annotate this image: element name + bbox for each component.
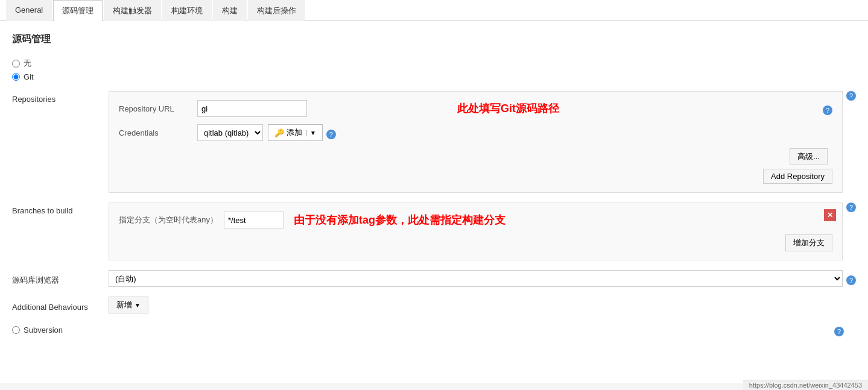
additional-behaviours-section: Additional Behaviours 新增 ▼ xyxy=(12,297,856,313)
repo-url-input[interactable] xyxy=(197,100,307,117)
advanced-button[interactable]: 高级... xyxy=(790,148,828,165)
source-browser-section: 源码库浏览器 (自动) ? xyxy=(12,270,856,287)
credentials-label: Credentials xyxy=(119,128,197,137)
tab-build-env[interactable]: 构建环境 xyxy=(162,0,212,21)
page-title: 源码管理 xyxy=(12,33,856,46)
branch-annotation: 由于没有添加tag参数，此处需指定构建分支 xyxy=(294,213,505,227)
radio-git-option[interactable]: Git xyxy=(12,72,856,81)
credentials-select[interactable]: qitlab (qitlab) xyxy=(197,124,263,141)
branches-label: Branches to build xyxy=(12,203,109,215)
branches-help-icon[interactable]: ? xyxy=(846,203,856,212)
tab-build[interactable]: 构建 xyxy=(213,0,247,21)
radio-git-label: Git xyxy=(24,72,34,81)
source-browser-label: 源码库浏览器 xyxy=(12,271,109,286)
tab-general[interactable]: General xyxy=(6,0,52,21)
additional-behaviours-label: Additional Behaviours xyxy=(12,299,109,312)
tab-post-build[interactable]: 构建后操作 xyxy=(248,0,305,21)
tab-source-management[interactable]: 源码管理 xyxy=(53,0,103,21)
dropdown-arrow-icon[interactable]: ▼ xyxy=(306,130,316,136)
add-behaviour-arrow-icon: ▼ xyxy=(135,302,141,309)
url-annotation: 此处填写Git源码路径 xyxy=(457,101,559,116)
add-credentials-button[interactable]: 🔑 添加 ▼ xyxy=(268,124,323,141)
credentials-help-icon[interactable]: ? xyxy=(326,130,336,139)
tabs-bar: General 源码管理 构建触发器 构建环境 构建 构建后操作 xyxy=(0,0,868,21)
add-behaviour-label: 新增 xyxy=(116,300,132,310)
branch-input[interactable] xyxy=(224,212,284,228)
subversion-row: Subversion ? xyxy=(12,323,856,336)
repo-url-row: Repository URL 此处填写Git源码路径 ? xyxy=(119,100,832,117)
status-url: https://blog.csdn.net/weixin_43442453 xyxy=(749,382,862,383)
radio-svn-input[interactable] xyxy=(12,326,20,334)
credentials-controls: qitlab (qitlab) 🔑 添加 ▼ xyxy=(197,124,323,141)
repo-url-wrapper: 此处填写Git源码路径 xyxy=(197,100,819,117)
source-browser-select[interactable]: (自动) xyxy=(109,270,843,287)
tab-build-triggers[interactable]: 构建触发器 xyxy=(104,0,161,21)
main-content: 源码管理 无 Git Repositories Repository URL 此… xyxy=(0,21,868,383)
add-repo-row: Add Repository xyxy=(119,169,832,184)
add-behaviour-button[interactable]: 新增 ▼ xyxy=(109,297,148,313)
status-bar: https://blog.csdn.net/weixin_43442453 xyxy=(743,380,868,383)
add-branch-row: 增加分支 xyxy=(119,234,832,251)
radio-group: 无 Git xyxy=(12,58,856,81)
key-icon: 🔑 xyxy=(274,128,284,137)
radio-none-option[interactable]: 无 xyxy=(12,58,856,69)
branch-specifier-label: 指定分支（为空时代表any） xyxy=(119,215,218,225)
branches-content: ✕ 指定分支（为空时代表any） 由于没有添加tag参数，此处需指定构建分支 增… xyxy=(109,203,843,260)
add-cred-label: 添加 xyxy=(287,127,302,138)
repositories-label: Repositories xyxy=(12,91,109,104)
radio-none-label: 无 xyxy=(24,58,31,69)
remove-branch-button[interactable]: ✕ xyxy=(824,209,836,221)
repo-url-help-icon[interactable]: ? xyxy=(823,105,832,115)
branches-section: Branches to build ✕ 指定分支（为空时代表any） 由于没有添… xyxy=(12,203,856,260)
add-repository-button[interactable]: Add Repository xyxy=(763,169,832,184)
subversion-label: Subversion xyxy=(24,326,63,335)
add-branch-button[interactable]: 增加分支 xyxy=(785,234,832,251)
radio-none-input[interactable] xyxy=(12,60,20,68)
repositories-content: Repository URL 此处填写Git源码路径 ? Credentials… xyxy=(109,91,843,193)
repositories-help-icon[interactable]: ? xyxy=(846,91,856,101)
branch-row: 指定分支（为空时代表any） 由于没有添加tag参数，此处需指定构建分支 xyxy=(119,212,832,228)
repo-url-label: Repository URL xyxy=(119,104,197,113)
subversion-help-icon[interactable]: ? xyxy=(834,327,844,336)
source-browser-help-icon[interactable]: ? xyxy=(846,275,856,285)
repo-buttons-row: 高级... xyxy=(119,148,832,165)
credentials-row: Credentials qitlab (qitlab) 🔑 添加 ▼ ? xyxy=(119,124,832,141)
radio-git-input[interactable] xyxy=(12,73,20,81)
repositories-section: Repositories Repository URL 此处填写Git源码路径 … xyxy=(12,91,856,193)
